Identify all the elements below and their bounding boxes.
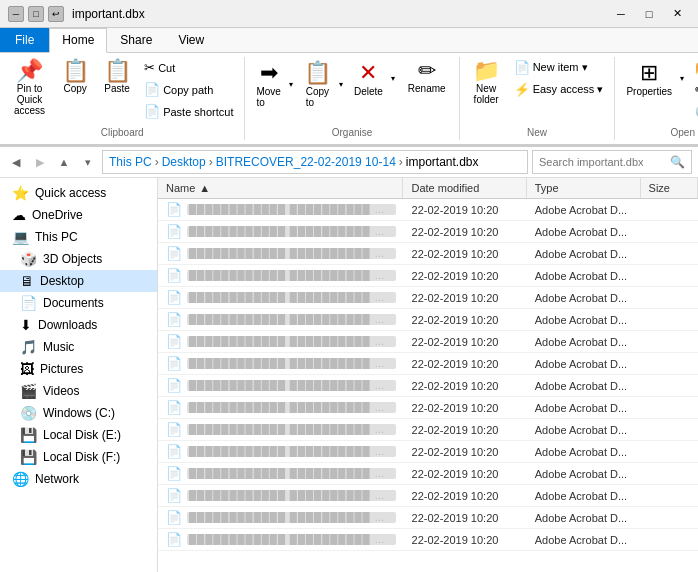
new-item-button[interactable]: 📄 New item ▾ bbox=[509, 57, 609, 78]
cut-button[interactable]: ✂ Cut bbox=[139, 57, 238, 78]
table-row[interactable]: 📄████████████ ██████████ ma...22-02-2019… bbox=[158, 309, 698, 331]
sidebar-item-downloads[interactable]: ⬇ Downloads bbox=[0, 314, 157, 336]
table-row[interactable]: 📄████████████ ██████████ ma...22-02-2019… bbox=[158, 265, 698, 287]
copy-to-main[interactable]: 📋 Copyto bbox=[299, 57, 336, 111]
pdf-icon: 📄 bbox=[166, 246, 182, 261]
sidebar-item-local-disk-f[interactable]: 💾 Local Disk (F:) bbox=[0, 446, 157, 468]
table-row[interactable]: 📄████████████ ██████████ ma...22-02-2019… bbox=[158, 485, 698, 507]
breadcrumb[interactable]: This PC › Desktop › BITRECOVER_22-02-201… bbox=[102, 150, 528, 174]
copy-path-button[interactable]: 📄 Copy path bbox=[139, 79, 238, 100]
col-header-name[interactable]: Name ▲ bbox=[158, 178, 403, 198]
history-button[interactable]: 🕐 His... bbox=[690, 101, 698, 122]
breadcrumb-desktop[interactable]: Desktop bbox=[162, 155, 206, 169]
table-row[interactable]: 📄████████████ ██████████ ma...22-02-2019… bbox=[158, 199, 698, 221]
sidebar-item-3d-objects[interactable]: 🎲 3D Objects bbox=[0, 248, 157, 270]
move-to-main[interactable]: ➡ Moveto bbox=[251, 57, 285, 111]
col-header-date[interactable]: Date modified bbox=[403, 178, 526, 198]
properties-arrow[interactable]: ▾ bbox=[677, 57, 688, 100]
properties-button[interactable]: ⊞ Properties ▾ bbox=[621, 57, 688, 100]
rename-button[interactable]: ✏ Rename bbox=[401, 57, 453, 97]
table-row[interactable]: 📄████████████ ██████████ ma...22-02-2019… bbox=[158, 397, 698, 419]
clipboard-buttons: 📌 Pin to Quickaccess 📋 Copy 📋 Paste ✂ Cu… bbox=[6, 57, 238, 122]
copy-button[interactable]: 📋 Copy bbox=[55, 57, 95, 97]
sidebar-item-onedrive[interactable]: ☁ OneDrive bbox=[0, 204, 157, 226]
sidebar-item-local-disk-e[interactable]: 💾 Local Disk (E:) bbox=[0, 424, 157, 446]
file-cell-name: 📄████████████ ██████████ ma... bbox=[158, 488, 404, 503]
delete-main[interactable]: ✕ Delete bbox=[349, 57, 388, 100]
table-row[interactable]: 📄████████████ ██████████ ma...22-02-2019… bbox=[158, 287, 698, 309]
breadcrumb-this-pc[interactable]: This PC bbox=[109, 155, 152, 169]
file-name-text: ████████████ ██████████ ma... bbox=[187, 424, 396, 435]
delete-button[interactable]: ✕ Delete ▾ bbox=[349, 57, 399, 100]
forward-button[interactable]: ▶ bbox=[30, 152, 50, 172]
table-row[interactable]: 📄████████████ ██████████ ma...22-02-2019… bbox=[158, 353, 698, 375]
sidebar-item-network[interactable]: 🌐 Network bbox=[0, 468, 157, 490]
sidebar-item-music[interactable]: 🎵 Music bbox=[0, 336, 157, 358]
up-button[interactable]: ▲ bbox=[54, 152, 74, 172]
file-cell-type: Adobe Acrobat D... bbox=[527, 336, 641, 348]
sidebar-item-pictures[interactable]: 🖼 Pictures bbox=[0, 358, 157, 380]
table-row[interactable]: 📄████████████ ██████████ ma...22-02-2019… bbox=[158, 529, 698, 551]
maximize-button[interactable]: □ bbox=[636, 4, 662, 24]
file-name-text: ████████████ ██████████ ma... bbox=[187, 468, 396, 479]
table-row[interactable]: 📄████████████ ██████████ ma...22-02-2019… bbox=[158, 441, 698, 463]
table-row[interactable]: 📄████████████ ██████████ ma...22-02-2019… bbox=[158, 331, 698, 353]
file-cell-type: Adobe Acrobat D... bbox=[527, 468, 641, 480]
sidebar-item-quick-access[interactable]: ⭐ Quick access bbox=[0, 182, 157, 204]
table-row[interactable]: 📄████████████ ██████████ ma...22-02-2019… bbox=[158, 375, 698, 397]
tab-share[interactable]: Share bbox=[107, 28, 165, 52]
edit-button[interactable]: ✏ Edi... bbox=[690, 79, 698, 100]
copy-to-arrow[interactable]: ▾ bbox=[336, 57, 347, 111]
organise-group: ➡ Moveto ▾ 📋 Copyto ▾ ✕ Delete bbox=[245, 57, 459, 140]
table-row[interactable]: 📄████████████ ██████████ ma...22-02-2019… bbox=[158, 243, 698, 265]
col-header-type[interactable]: Type bbox=[527, 178, 641, 198]
tab-file[interactable]: File bbox=[0, 28, 49, 52]
sidebar-item-documents[interactable]: 📄 Documents bbox=[0, 292, 157, 314]
pin-quick-access-button[interactable]: 📌 Pin to Quickaccess bbox=[6, 57, 53, 119]
move-to-label: Moveto bbox=[256, 86, 280, 108]
rename-icon: ✏ bbox=[418, 60, 436, 82]
new-folder-button[interactable]: 📁 Newfolder bbox=[466, 57, 507, 108]
sidebar-item-windows-c[interactable]: 💿 Windows (C:) bbox=[0, 402, 157, 424]
table-row[interactable]: 📄████████████ ██████████ ma...22-02-2019… bbox=[158, 419, 698, 441]
copy-to-button[interactable]: 📋 Copyto ▾ bbox=[299, 57, 347, 111]
col-header-size[interactable]: Size bbox=[641, 178, 698, 198]
properties-main[interactable]: ⊞ Properties bbox=[621, 57, 677, 100]
sidebar-item-desktop[interactable]: 🖥 Desktop bbox=[0, 270, 157, 292]
paste-shortcut-button[interactable]: 📄 Paste shortcut bbox=[139, 101, 238, 122]
close-button[interactable]: ✕ bbox=[664, 4, 690, 24]
this-pc-icon: 💻 bbox=[12, 229, 29, 245]
videos-icon: 🎬 bbox=[20, 383, 37, 399]
title-bar-icons: ─ □ ↩ bbox=[8, 6, 64, 22]
move-to-arrow[interactable]: ▾ bbox=[286, 57, 297, 111]
delete-arrow[interactable]: ▾ bbox=[388, 57, 399, 100]
tab-view[interactable]: View bbox=[165, 28, 217, 52]
rename-label: Rename bbox=[408, 83, 446, 94]
search-bar[interactable]: 🔍 bbox=[532, 150, 692, 174]
recent-button[interactable]: ▾ bbox=[78, 152, 98, 172]
new-item-icon: 📄 bbox=[514, 60, 530, 75]
easy-access-button[interactable]: ⚡ Easy access ▾ bbox=[509, 79, 609, 100]
table-row[interactable]: 📄████████████ ██████████ ma...22-02-2019… bbox=[158, 463, 698, 485]
open-button[interactable]: 📂 Op... bbox=[690, 57, 698, 78]
copy-to-label: Copyto bbox=[306, 86, 329, 108]
back-button[interactable]: ◀ bbox=[6, 152, 26, 172]
sidebar-item-this-pc[interactable]: 💻 This PC bbox=[0, 226, 157, 248]
breadcrumb-bitrecover[interactable]: BITRECOVER_22-02-2019 10-14 bbox=[216, 155, 396, 169]
properties-icon: ⊞ bbox=[640, 60, 658, 86]
search-input[interactable] bbox=[539, 156, 670, 168]
file-name-text: ████████████ ██████████ ma... bbox=[187, 248, 396, 259]
file-cell-date: 22-02-2019 10:20 bbox=[404, 314, 527, 326]
table-row[interactable]: 📄████████████ ██████████ ma...22-02-2019… bbox=[158, 507, 698, 529]
paste-button[interactable]: 📋 Paste bbox=[97, 57, 137, 97]
network-icon: 🌐 bbox=[12, 471, 29, 487]
minimize-button[interactable]: ─ bbox=[608, 4, 634, 24]
file-cell-date: 22-02-2019 10:20 bbox=[404, 424, 527, 436]
move-to-button[interactable]: ➡ Moveto ▾ bbox=[251, 57, 296, 111]
file-cell-type: Adobe Acrobat D... bbox=[527, 446, 641, 458]
sidebar-item-videos[interactable]: 🎬 Videos bbox=[0, 380, 157, 402]
easy-access-icon: ⚡ bbox=[514, 82, 530, 97]
table-row[interactable]: 📄████████████ ██████████ ma...22-02-2019… bbox=[158, 221, 698, 243]
main-area: ⭐ Quick access ☁ OneDrive 💻 This PC 🎲 3D… bbox=[0, 178, 698, 572]
tab-home[interactable]: Home bbox=[49, 28, 107, 53]
